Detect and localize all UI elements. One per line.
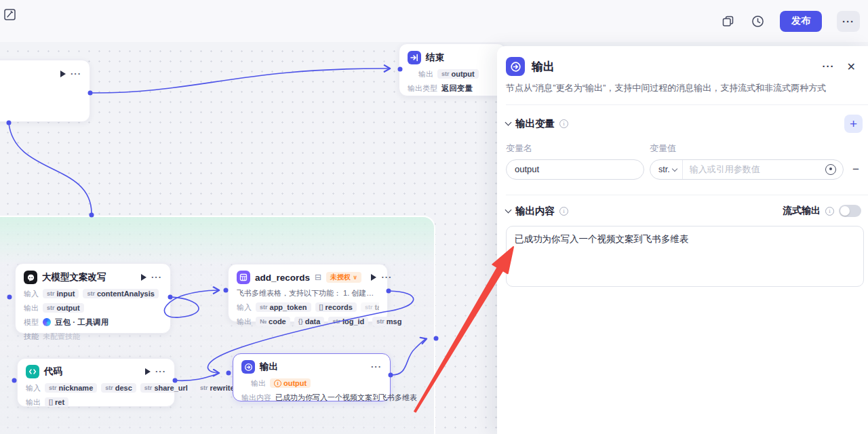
node-llm[interactable]: 大模型文案改写 ··· 输入 strinput strcontentAnalys… [15, 263, 171, 334]
field-label: 输出 [26, 397, 41, 408]
var-tag[interactable]: strdesc [101, 383, 136, 393]
content-preview: 已成功为你写入一个视频文案到飞书多维表 [275, 393, 417, 403]
node-title: add_records [255, 273, 310, 283]
node-menu-icon[interactable]: ··· [381, 274, 392, 281]
field-value: 返回变量 [441, 83, 473, 94]
remove-variable-button[interactable]: − [849, 163, 863, 176]
field-label: 输入 [26, 383, 41, 393]
section-title: 输出内容 [515, 205, 555, 218]
close-icon[interactable]: ✕ [842, 60, 861, 73]
end-node-icon [408, 51, 421, 64]
duplicate-icon[interactable] [720, 14, 735, 28]
field-label: 输入 [24, 289, 39, 299]
var-tag[interactable]: strshare_url [140, 383, 192, 393]
section-output-content: 输出内容 i 流式输出 i 已成功为你写入一个视频文案到飞书多维表 [506, 195, 868, 290]
var-tag[interactable]: №code [256, 317, 290, 326]
run-icon[interactable] [145, 368, 151, 375]
add-variable-button[interactable]: + [844, 115, 863, 133]
panel-output-icon [506, 57, 525, 76]
panel-description: 节点从“消息”更名为“输出”，支持中间过程的消息输出，支持流式和非流式两种方式 [506, 82, 868, 95]
run-icon[interactable] [371, 274, 376, 281]
var-tag[interactable]: strmsg [372, 317, 406, 326]
variable-value-input[interactable] [683, 164, 825, 174]
chevron-down-icon [671, 166, 677, 172]
plugin-version-icon: ⊟ [315, 273, 321, 281]
field-label: 输入 [237, 302, 252, 313]
history-icon[interactable] [750, 14, 765, 28]
node-menu-icon[interactable]: ··· [155, 368, 166, 375]
reference-icon[interactable] [825, 164, 836, 175]
info-icon[interactable]: i [559, 207, 568, 216]
run-icon[interactable] [141, 274, 146, 281]
var-tag[interactable]: strlog_id [328, 317, 368, 326]
node-start[interactable]: ··· [0, 60, 90, 122]
var-tag[interactable]: {}data [294, 317, 325, 326]
node-title: 代码 [44, 366, 62, 378]
field-label: 输出类型 [408, 83, 437, 94]
field-label: 输出 [418, 69, 433, 79]
skill-value: 未配置技能 [43, 332, 80, 342]
unauthorized-badge[interactable]: 未授权∨ [326, 272, 361, 283]
variable-name-input[interactable] [506, 159, 644, 180]
info-icon[interactable]: i [825, 207, 834, 216]
var-tag[interactable]: []ret [45, 397, 68, 407]
info-icon[interactable]: i [559, 119, 568, 128]
output-node-icon [241, 360, 255, 374]
node-title: 大模型文案改写 [42, 271, 106, 283]
var-tag-warning[interactable]: ioutput [270, 378, 311, 388]
node-menu-icon[interactable]: ··· [371, 363, 382, 370]
field-label: 输出 [24, 303, 39, 313]
field-label: 输出内容 [241, 393, 271, 403]
var-tag[interactable]: strapp_token [256, 302, 311, 312]
collapse-chevron-icon[interactable] [505, 119, 512, 126]
llm-node-icon [24, 271, 37, 284]
node-code[interactable]: 代码 ··· 输入 strnickname strdesc strshare_u… [17, 358, 175, 407]
node-output[interactable]: 输出 ··· 输出 ioutput 输出内容 已成功为你写入一个视频文案到飞书多… [233, 353, 391, 401]
code-node-icon [26, 365, 39, 378]
variable-row: str. − [506, 159, 868, 180]
variable-value-label: 变量值 [650, 142, 676, 155]
node-menu-icon[interactable]: ··· [151, 274, 162, 281]
var-tag[interactable]: strinput [43, 289, 79, 298]
variable-name-label: 变量名 [506, 142, 650, 155]
node-end[interactable]: 结束 输出 stroutput 输出类型 返回变量 [399, 43, 506, 96]
field-label: 输出 [237, 317, 252, 327]
section-output-variables: 输出变量 i + 变量名 变量值 str. [506, 104, 868, 180]
var-tag[interactable]: strnickname [45, 383, 97, 393]
stream-output-label: 流式输出 [783, 205, 821, 217]
var-tag[interactable]: []records [315, 302, 357, 312]
node-title: 结束 [426, 52, 444, 64]
plugin-node-icon [237, 271, 250, 284]
field-label: 输出 [251, 378, 266, 389]
panel-menu-icon[interactable]: ··· [823, 63, 835, 70]
output-config-panel: 输出 ··· ✕ 节点从“消息”更名为“输出”，支持中间过程的消息输出，支持流式… [497, 46, 868, 434]
node-add-records[interactable]: add_records ⊟ 未授权∨ ··· 飞书多维表格，支持以下功能： 1.… [228, 264, 388, 322]
type-select[interactable]: str. [650, 165, 682, 174]
var-tag[interactable]: stroutput [437, 69, 479, 79]
field-label: 技能 [24, 332, 39, 342]
field-label: 模型 [24, 317, 39, 328]
output-content-textarea[interactable]: 已成功为你写入一个视频文案到飞书多维表 [506, 226, 864, 287]
run-icon[interactable] [60, 71, 66, 77]
edit-workflow-icon[interactable] [4, 9, 16, 20]
panel-title: 输出 [532, 59, 555, 75]
model-value: 豆包 · 工具调用 [55, 317, 108, 328]
var-tag[interactable]: strcontentAnalysis [83, 289, 158, 298]
topbar-more-button[interactable]: ··· [837, 11, 860, 32]
section-title: 输出变量 [515, 117, 555, 130]
node-title: 输出 [260, 361, 278, 373]
var-tag[interactable]: stroutput [43, 303, 84, 313]
variable-value-field: str. [650, 159, 844, 180]
collapse-chevron-icon[interactable] [505, 207, 512, 214]
node-description: 飞书多维表格，支持以下功能： 1. 创建多维表格； 2. 创建多… [237, 288, 379, 298]
doubao-model-icon [43, 318, 51, 326]
var-tag[interactable]: strtable_id [361, 302, 379, 312]
stream-output-toggle[interactable] [839, 205, 861, 217]
workflow-editor: ··· 结束 输出 stroutput 输出类型 返回变量 大模型文案改写 [0, 0, 868, 434]
node-menu-icon[interactable]: ··· [71, 71, 81, 77]
topbar: 发布 ··· [0, 0, 868, 42]
publish-button[interactable]: 发布 [780, 11, 822, 32]
